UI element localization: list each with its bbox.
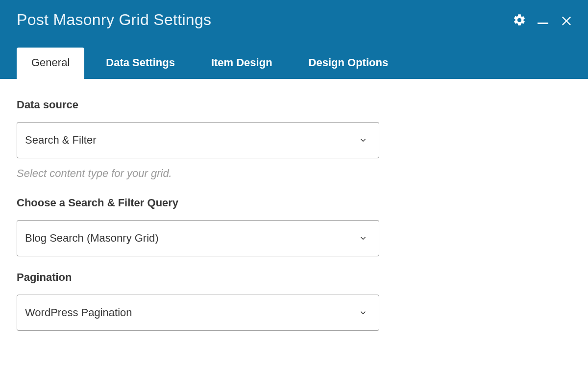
- field-sf-query: Choose a Search & Filter Query Blog Sear…: [17, 197, 571, 256]
- content-scroll[interactable]: Data source Search & Filter Select conte…: [0, 79, 588, 373]
- field-pagination: Pagination WordPress Pagination: [17, 271, 571, 331]
- dialog-header: Post Masonry Grid Settings General Data …: [0, 0, 588, 79]
- header-top: Post Masonry Grid Settings: [0, 11, 588, 29]
- pagination-value: WordPress Pagination: [25, 306, 132, 319]
- settings-dialog: Post Masonry Grid Settings General Data …: [0, 0, 588, 373]
- tabs: General Data Settings Item Design Design…: [0, 48, 588, 79]
- sf-query-value: Blog Search (Masonry Grid): [25, 232, 159, 245]
- chevron-down-icon: [358, 308, 368, 318]
- data-source-label: Data source: [17, 99, 571, 111]
- content-wrapper: Data source Search & Filter Select conte…: [0, 79, 588, 373]
- tab-data-settings[interactable]: Data Settings: [91, 48, 190, 79]
- tab-general[interactable]: General: [17, 48, 84, 79]
- tab-item-design[interactable]: Item Design: [196, 48, 287, 79]
- dialog-title: Post Masonry Grid Settings: [17, 11, 211, 29]
- minimize-icon[interactable]: [536, 13, 550, 27]
- chevron-down-icon: [358, 135, 368, 145]
- field-data-source: Data source Search & Filter Select conte…: [17, 99, 571, 180]
- sf-query-select[interactable]: Blog Search (Masonry Grid): [17, 220, 379, 256]
- tab-design-options[interactable]: Design Options: [294, 48, 403, 79]
- spacer: [17, 346, 571, 373]
- data-source-value: Search & Filter: [25, 134, 97, 147]
- pagination-select[interactable]: WordPress Pagination: [17, 295, 379, 331]
- pagination-label: Pagination: [17, 271, 571, 284]
- data-source-help: Select content type for your grid.: [17, 167, 571, 180]
- data-source-select[interactable]: Search & Filter: [17, 122, 379, 158]
- header-icons: [513, 13, 573, 27]
- sf-query-label: Choose a Search & Filter Query: [17, 197, 571, 209]
- close-icon[interactable]: [560, 13, 573, 27]
- chevron-down-icon: [358, 233, 368, 243]
- gear-icon[interactable]: [513, 13, 526, 27]
